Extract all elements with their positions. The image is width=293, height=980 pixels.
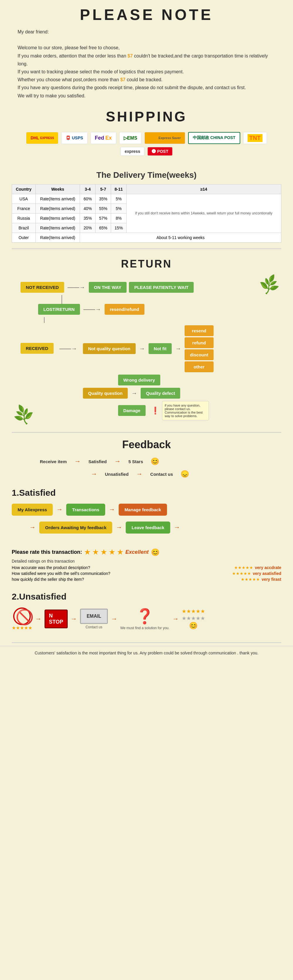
sub-categories: Not quality question → Not fit → resend … <box>83 325 214 420</box>
please-wait-box: PLEASE PATIENTLY WAIT <box>129 282 194 293</box>
arrow-receive: → <box>74 458 81 465</box>
damage-row: Damage ❗ if you have any question, pleas… <box>118 401 214 420</box>
table-row: USA Rate(Items arrived) 60% 35% 5% if yo… <box>12 194 281 204</box>
delivery-section: The Delivery Time(weeks) Country Weeks 3… <box>0 165 293 248</box>
lost-return-box: LOST/RETURN <box>38 304 80 315</box>
received-box: RECEIVED <box>21 343 54 354</box>
no-symbol: 🚫 <box>13 608 31 625</box>
ems-logo: ▷EMS <box>119 132 142 144</box>
note-line-2: If you make orders, attention that the o… <box>17 52 276 68</box>
delivery-table: Country Weeks 3-4 5-7 8-11 ≥14 USA Rate(… <box>12 184 281 243</box>
shipping-logos: DHLEXPRESS 📮USPS FedEx ▷EMS UPSExpress S… <box>12 129 281 159</box>
manage-feedback-box[interactable]: Manage feedback <box>119 504 167 515</box>
arrow-nq: → <box>139 345 145 352</box>
country-russia: Russia <box>12 213 36 223</box>
not-received-box: NOT RECEIVED <box>21 282 64 293</box>
fedex-logo: FedEx <box>90 132 116 144</box>
my-aliexpress-box: My Aliexpress <box>12 504 53 515</box>
rating-row-2: How satisfied were you with the sell's c… <box>12 571 281 576</box>
unsatisfied-label: Unsatisfied <box>100 469 133 479</box>
col-5-7: 5-7 <box>95 184 111 194</box>
greeting: My dear friend: <box>17 28 276 36</box>
rating-row-3: how quickly did the seller ship the item… <box>12 577 281 582</box>
return-section: RETURN 🌿 🌿 NOT RECEIVED ——→ ON THE WAY P… <box>0 249 293 432</box>
highlight-amount-1: $7 <box>127 53 133 58</box>
question-item: ❓ We must find a solution for you. <box>120 608 169 630</box>
question-mark: ❓ <box>136 608 154 625</box>
transactions-box: Transactions <box>66 504 105 515</box>
rate-brazil: Rate(Items arrived) <box>35 223 80 232</box>
please-note-section: PLEASE NOTE My dear friend: Welcome to o… <box>0 0 293 103</box>
not-fit-box: Not fit <box>149 343 172 354</box>
dhl-logo: DHLEXPRESS <box>26 132 58 144</box>
shipping-section: SHIPPING DHLEXPRESS 📮USPS FedEx ▷EMS UPS… <box>0 103 293 165</box>
five-stars-label: 5 Stars <box>124 457 148 466</box>
damage-box: Damage <box>118 405 146 416</box>
happy-smiley: 😊 <box>150 457 159 466</box>
exclaim-icon: ❗ <box>151 407 160 415</box>
stop-item: NSTOP <box>44 609 68 628</box>
rate-smiley: 😊 <box>151 548 160 557</box>
connector-area <box>44 295 272 304</box>
received-area: RECEIVED ——→ Not quality question → Not … <box>21 325 272 420</box>
stop-sign: NSTOP <box>44 609 68 628</box>
quality-question-row: Quality question → Quality defect <box>83 388 214 399</box>
unsat-arrow-3: → <box>111 615 117 623</box>
star5: ★ <box>117 549 123 556</box>
arrow1: ——→ <box>68 284 85 291</box>
q1-label: How accurate was the product description… <box>12 565 90 570</box>
not-received-row: NOT RECEIVED ——→ ON THE WAY PLEASE PATIE… <box>21 282 272 293</box>
email-box: EMAIL <box>80 609 108 624</box>
unsat-arrow-2: → <box>71 615 77 623</box>
arrow-nq2: → <box>175 345 181 352</box>
on-the-way-box: ON THE WAY <box>89 282 127 293</box>
chinapost-logo: 中国邮政 CHINA POST <box>188 132 240 144</box>
step-arrow-3: → <box>29 523 36 531</box>
leave-feedback-box[interactable]: Leave feedback <box>126 522 170 533</box>
resend-option: resend <box>185 325 214 336</box>
quality-question-box: Quality question <box>83 388 128 399</box>
other-option: other <box>185 361 214 372</box>
orders-awaiting-box[interactable]: Orders Awaiting My feedback <box>39 522 112 533</box>
rating-row-1: How accurate was the product description… <box>12 565 281 570</box>
highlight-amount-2: $7 <box>120 77 125 82</box>
table-row: Outer Rate(Items arrived) About 5-11 wor… <box>12 232 281 242</box>
rate-russia: Rate(Items arrived) <box>35 213 80 223</box>
vertical-line2 <box>44 317 44 323</box>
col-weeks: Weeks <box>35 184 80 194</box>
note-line-3: If you want to tracking please select th… <box>17 68 276 76</box>
step-arrow-5: → <box>174 523 180 531</box>
star1: ★ <box>84 549 90 556</box>
connector2 <box>44 317 272 323</box>
tnt-logo: TNT <box>243 132 267 144</box>
col-country: Country <box>12 184 36 194</box>
wrong-delivery-box: Wrong delivery <box>118 375 160 385</box>
country-france: France <box>12 204 36 213</box>
no-icon-item: 🚫 ★★★★★ <box>12 608 32 631</box>
express-logo: express <box>120 147 145 156</box>
q2-answer: ★★★★★ very asatisfied <box>232 571 281 576</box>
refund-option: refund <box>185 337 214 348</box>
receive-item-label: Receive item <box>35 457 71 466</box>
feedback-bottom-row: → Unsatisfied → Contact us 😞 <box>91 469 189 479</box>
quality-defect-box: Quality defect <box>141 388 180 399</box>
step-arrow-2: → <box>109 506 115 513</box>
arrow-contact: → <box>136 470 143 478</box>
q2-label: How satisfied were you with the sell's c… <box>12 571 111 576</box>
vertical-line1 <box>62 295 62 304</box>
resend-refund-box: resend/refund <box>105 304 144 315</box>
arrow2: ——→ <box>84 306 101 313</box>
arrow-satisfied: → <box>114 458 121 465</box>
star4: ★ <box>109 549 115 556</box>
country-brazil: Brazil <box>12 223 36 232</box>
options-right: resend refund discount other <box>185 325 214 372</box>
q3-answer: ★★★★★ very firast <box>241 577 281 582</box>
col-14plus: ≥14 <box>127 184 281 194</box>
return-title: RETURN <box>12 258 281 270</box>
note-line-6: We will try to make you satisfied. <box>17 92 276 100</box>
result-smiley: 😊 <box>189 622 198 630</box>
contact-us-label: Contact us <box>86 625 102 629</box>
col-8-11: 8-11 <box>111 184 127 194</box>
q1-answer: ★★★★★ very accdrate <box>234 565 281 570</box>
contact-us-feedback: Contact us <box>146 469 178 479</box>
